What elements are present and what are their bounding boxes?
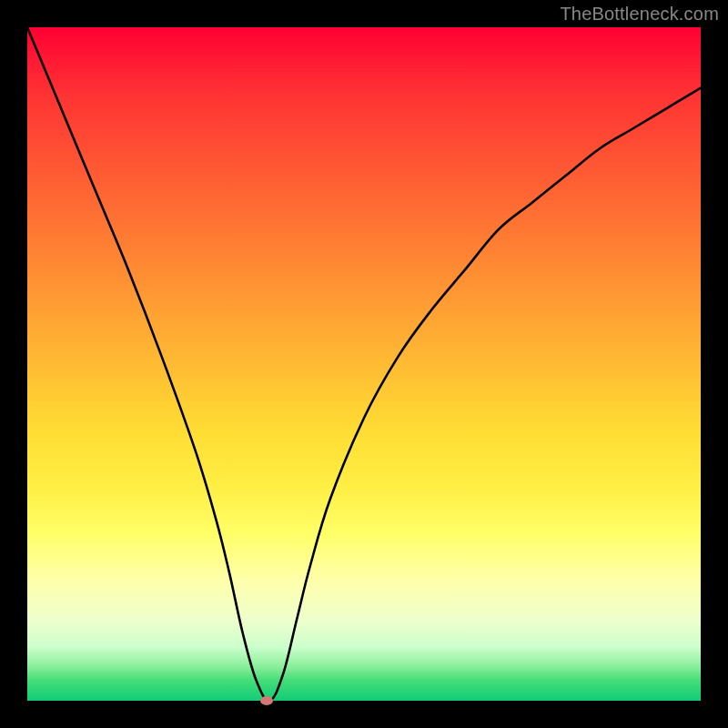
watermark-label: TheBottleneck.com	[560, 4, 719, 25]
bottleneck-curve	[27, 27, 701, 701]
chart-frame: TheBottleneck.com	[0, 0, 728, 728]
plot-area	[27, 27, 701, 701]
minimum-marker	[260, 696, 273, 705]
